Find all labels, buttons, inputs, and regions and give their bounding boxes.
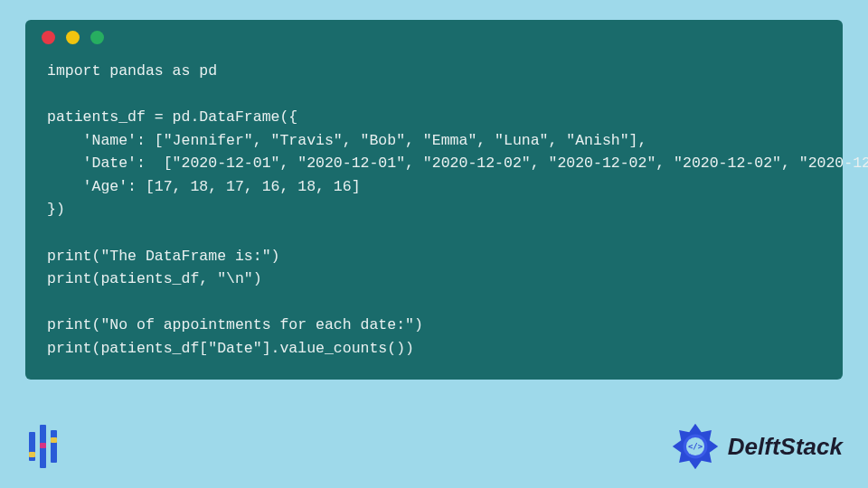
- close-icon: [42, 31, 55, 44]
- window-titlebar: [25, 20, 843, 54]
- seal-icon: </>: [670, 421, 721, 472]
- maximize-icon: [90, 31, 104, 44]
- code-window: import pandas as pd patients_df = pd.Dat…: [25, 20, 843, 380]
- brand-logo: </> DelftStack: [670, 421, 843, 472]
- footer-logos: </> DelftStack: [25, 421, 843, 472]
- svg-text:</>: </>: [688, 442, 703, 451]
- minimize-icon: [66, 31, 80, 44]
- code-block: import pandas as pd patients_df = pd.Dat…: [25, 54, 843, 363]
- brand-name: DelftStack: [728, 433, 843, 461]
- left-logo-icon: [25, 425, 69, 468]
